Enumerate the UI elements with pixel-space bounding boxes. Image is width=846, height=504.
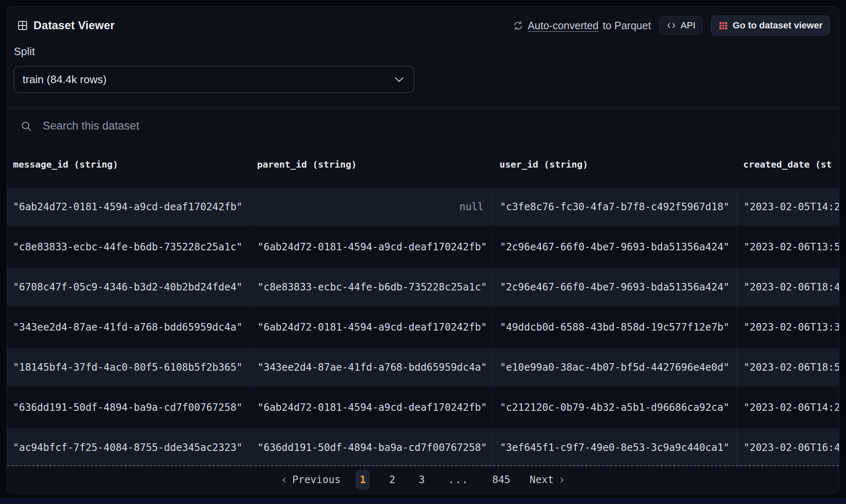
table-row: "636dd191-50df-4894-ba9a-cd7f00767258""6…	[7, 388, 839, 427]
table-cell[interactable]: "2023-02-06T13:5	[736, 228, 839, 266]
table-cell[interactable]: "c8e83833-ecbc-44fe-b6db-735228c25a1c"	[250, 268, 493, 306]
table-cell[interactable]: "c8e83833-ecbc-44fe-b6db-735228c25a1c"	[7, 228, 250, 266]
table-body: "6ab24d72-0181-4594-a9cd-deaf170242fb"nu…	[7, 188, 839, 468]
table-cell[interactable]: null	[250, 188, 493, 226]
column-header-2: user_id (string)	[493, 159, 736, 170]
table-cell[interactable]: "2023-02-06T16:4	[736, 428, 839, 467]
search-icon	[20, 120, 33, 132]
column-header-0: message_id (string)	[7, 159, 250, 170]
dataset-grid-icon	[718, 20, 729, 31]
split-select[interactable]: train (84.4k rows)	[14, 66, 414, 93]
split-select-value: train (84.4k rows)	[23, 73, 107, 86]
table-cell[interactable]: "2023-02-06T13:3	[736, 308, 839, 346]
column-header-3: created_date (st	[736, 159, 839, 170]
next-page-button[interactable]: Next ›	[530, 474, 564, 486]
table-row: "ac94bfcf-7f25-4084-8755-dde345ac2323""6…	[7, 428, 839, 467]
table-cell[interactable]: "c3fe8c76-fc30-4fa7-b7f8-c492f5967d18"	[493, 188, 736, 226]
table-cell[interactable]: "ac94bfcf-7f25-4084-8755-dde345ac2323"	[7, 428, 250, 467]
table-cell[interactable]: "636dd191-50df-4894-ba9a-cd7f00767258"	[250, 428, 493, 467]
header-actions: Auto-converted to Parquet API	[513, 15, 830, 36]
api-button[interactable]: API	[659, 16, 702, 35]
dataset-viewer-panel: Dataset Viewer Auto-converted to Parquet	[7, 6, 839, 494]
auto-converted-link[interactable]: Auto-converted	[527, 20, 599, 32]
page-3-button[interactable]: 3	[415, 470, 429, 490]
table-cell[interactable]: "18145bf4-37fd-4ac0-80f5-6108b5f2b365"	[7, 348, 250, 387]
search-input[interactable]	[43, 120, 419, 132]
search-bar	[7, 108, 839, 144]
previous-label: Previous	[292, 474, 341, 486]
refresh-icon	[513, 20, 523, 31]
table-cell[interactable]: "6ab24d72-0181-4594-a9cd-deaf170242fb"	[250, 388, 493, 427]
table-row: "6708c47f-05c9-4346-b3d2-40b2bd24fde4""c…	[7, 268, 839, 306]
page-number-list: 123...845	[356, 470, 515, 490]
page-2-button[interactable]: 2	[385, 470, 399, 490]
previous-page-button[interactable]: ‹ Previous	[282, 474, 341, 486]
table-header-row: message_id (string)parent_id (string)use…	[7, 144, 839, 184]
go-to-dataset-viewer-button[interactable]: Go to dataset viewer	[711, 15, 830, 36]
table-cell[interactable]: "6708c47f-05c9-4346-b3d2-40b2bd24fde4"	[7, 268, 250, 306]
page-title: Dataset Viewer	[33, 19, 115, 32]
table-cell[interactable]: "3ef645f1-c9f7-49e0-8e53-3c9a9c440ca1"	[493, 428, 736, 467]
go-to-dataset-viewer-label: Go to dataset viewer	[733, 20, 823, 31]
table-icon	[17, 20, 28, 31]
table-cell[interactable]: "6ab24d72-0181-4594-a9cd-deaf170242fb"	[250, 228, 493, 266]
table-row: "6ab24d72-0181-4594-a9cd-deaf170242fb"nu…	[7, 188, 839, 226]
page-845-button[interactable]: 845	[488, 470, 515, 490]
table-row: "343ee2d4-87ae-41fd-a768-bdd65959dc4a""6…	[7, 308, 839, 346]
table-row: "18145bf4-37fd-4ac0-80f5-6108b5f2b365""3…	[7, 348, 839, 387]
code-icon	[666, 20, 676, 31]
page-ellipsis: ...	[444, 470, 473, 490]
truncation-dashed-divider	[7, 465, 839, 466]
table-cell[interactable]: "2023-02-06T14:2	[736, 388, 839, 427]
pagination: ‹ Previous 123...845 Next ›	[7, 466, 839, 493]
auto-converted-suffix: to Parquet	[603, 20, 651, 32]
table-cell[interactable]: "e10e99a0-38ac-4b07-bf5d-4427696e4e0d"	[493, 348, 736, 387]
auto-converted-note: Auto-converted to Parquet	[513, 20, 651, 32]
table-row: "c8e83833-ecbc-44fe-b6db-735228c25a1c""6…	[7, 228, 839, 266]
split-label: Split	[14, 45, 35, 58]
table-cell[interactable]: "343ee2d4-87ae-41fd-a768-bdd65959dc4a"	[250, 348, 493, 387]
bottom-strip	[0, 498, 846, 504]
table-cell[interactable]: "343ee2d4-87ae-41fd-a768-bdd65959dc4a"	[7, 308, 250, 346]
table-cell[interactable]: "2023-02-06T18:4	[736, 268, 839, 306]
chevron-down-icon	[395, 77, 404, 82]
table-cell[interactable]: "2c96e467-66f0-4be7-9693-bda51356a424"	[493, 268, 736, 306]
table-cell[interactable]: "2023-02-06T18:5	[736, 348, 839, 387]
chevron-right-icon: ›	[560, 474, 564, 486]
api-button-label: API	[680, 20, 695, 31]
title-group: Dataset Viewer	[17, 19, 115, 32]
table-cell[interactable]: "636dd191-50df-4894-ba9a-cd7f00767258"	[7, 388, 250, 427]
table-cell[interactable]: "2c96e467-66f0-4be7-9693-bda51356a424"	[493, 228, 736, 266]
page-1-button[interactable]: 1	[356, 470, 370, 490]
table-cell[interactable]: "2023-02-05T14:2	[736, 188, 839, 226]
column-header-1: parent_id (string)	[250, 159, 493, 170]
page: Dataset Viewer Auto-converted to Parquet	[0, 0, 846, 504]
panel-header: Dataset Viewer Auto-converted to Parquet	[17, 15, 830, 36]
table-cell[interactable]: "6ab24d72-0181-4594-a9cd-deaf170242fb"	[250, 308, 493, 346]
next-label: Next	[530, 474, 554, 486]
table-cell[interactable]: "49ddcb0d-6588-43bd-858d-19c577f12e7b"	[493, 308, 736, 346]
table-cell[interactable]: "6ab24d72-0181-4594-a9cd-deaf170242fb"	[7, 188, 250, 226]
table-cell[interactable]: "c212120c-0b79-4b32-a5b1-d96686ca92ca"	[493, 388, 736, 427]
chevron-left-icon: ‹	[282, 474, 286, 486]
